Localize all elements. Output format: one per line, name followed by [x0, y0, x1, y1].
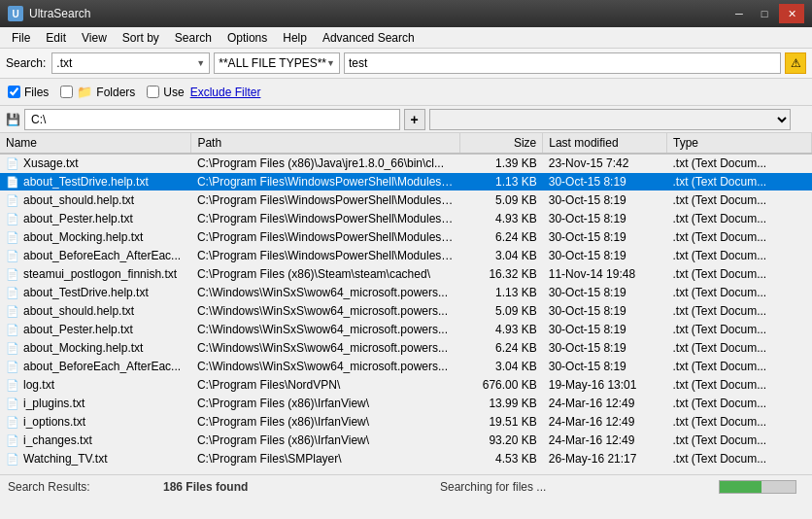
- menu-view[interactable]: View: [74, 29, 115, 47]
- status-label: Search Results:: [8, 480, 163, 494]
- cell-type: .txt (Text Docum...: [666, 432, 811, 450]
- cell-type: .txt (Text Docum...: [666, 173, 811, 191]
- warning-icon[interactable]: ⚠: [785, 52, 806, 74]
- table-row[interactable]: 📄about_Pester.help.txtC:\Windows\WinSxS\…: [0, 321, 812, 339]
- table-row[interactable]: 📄about_TestDrive.help.txtC:\Program File…: [0, 173, 812, 191]
- cell-size: 4.93 KB: [460, 210, 543, 228]
- menu-search[interactable]: Search: [167, 29, 220, 47]
- menu-advanced-search[interactable]: Advanced Search: [315, 29, 423, 47]
- cell-path: C:\Program Files (x86)\IrfanView\: [191, 432, 460, 450]
- table-row[interactable]: 📄about_TestDrive.help.txtC:\Windows\WinS…: [0, 284, 812, 302]
- cell-path: C:\Program Files (x86)\IrfanView\: [191, 395, 460, 413]
- add-path-button[interactable]: +: [404, 109, 425, 130]
- cell-modified: 30-Oct-15 8:19: [543, 247, 667, 265]
- table-header-row: Name Path Size Last modified Type: [0, 133, 812, 154]
- minimize-button[interactable]: ─: [727, 4, 752, 23]
- cell-size: 3.04 KB: [460, 358, 543, 376]
- table-body: 📄Xusage.txtC:\Program Files (x86)\Java\j…: [0, 154, 812, 468]
- cell-size: 13.99 KB: [460, 395, 543, 413]
- folder-icon: 📁: [77, 85, 92, 99]
- exclude-filter-checkbox[interactable]: [147, 86, 159, 98]
- file-type-label: **ALL FILE TYPES**: [219, 56, 326, 70]
- cell-name: 📄about_BeforeEach_AfterEac...: [0, 358, 191, 376]
- files-label: Files: [24, 86, 49, 99]
- file-type-dropdown[interactable]: **ALL FILE TYPES** ▼: [214, 52, 340, 74]
- cell-modified: 30-Oct-15 8:19: [543, 321, 667, 339]
- path-display: C:\: [24, 109, 400, 130]
- cell-path: C:\Windows\WinSxS\wow64_microsoft.powers…: [191, 284, 460, 302]
- cell-modified: 30-Oct-15 8:19: [543, 173, 667, 191]
- table-row[interactable]: 📄about_BeforeEach_AfterEac...C:\Program …: [0, 247, 812, 265]
- table-row[interactable]: 📄i_options.txtC:\Program Files (x86)\Irf…: [0, 413, 812, 432]
- search-dropdown-arrow[interactable]: ▼: [196, 58, 205, 68]
- file-icon: 📄: [6, 434, 19, 446]
- file-icon: 📄: [6, 250, 19, 261]
- close-button[interactable]: ✕: [779, 4, 804, 23]
- file-icon: 📄: [6, 379, 19, 391]
- cell-type: .txt (Text Docum...: [666, 358, 811, 376]
- table-row[interactable]: 📄Watching_TV.txtC:\Program Files\SMPlaye…: [0, 450, 812, 468]
- table-row[interactable]: 📄log.txtC:\Program Files\NordVPN\676.00 …: [0, 376, 812, 395]
- cell-modified: 24-Mar-16 12:49: [543, 432, 667, 450]
- file-icon: 📄: [6, 361, 19, 372]
- menu-edit[interactable]: Edit: [38, 29, 74, 47]
- cell-modified: 30-Oct-15 8:19: [543, 358, 667, 376]
- col-header-size[interactable]: Size: [460, 133, 543, 154]
- table-row[interactable]: 📄about_Pester.help.txtC:\Program Files\W…: [0, 210, 812, 228]
- table-row[interactable]: 📄about_Mocking.help.txtC:\Program Files\…: [0, 228, 812, 247]
- folders-checkbox-item[interactable]: 📁 Folders: [60, 85, 135, 99]
- cell-type: .txt (Text Docum...: [666, 450, 811, 468]
- search-label: Search:: [6, 56, 46, 70]
- files-checkbox-item[interactable]: Files: [8, 86, 49, 99]
- exclude-filter-checkbox-item[interactable]: Use Exclude Filter: [147, 86, 260, 99]
- maximize-button[interactable]: □: [752, 4, 777, 23]
- menu-sortby[interactable]: Sort by: [115, 29, 167, 47]
- folders-checkbox[interactable]: [60, 86, 73, 98]
- col-header-path[interactable]: Path: [191, 133, 460, 154]
- col-header-type[interactable]: Type: [666, 133, 811, 154]
- table-row[interactable]: 📄i_plugins.txtC:\Program Files (x86)\Irf…: [0, 395, 812, 413]
- file-icon: 📄: [6, 194, 19, 206]
- file-icon: 📄: [6, 213, 19, 225]
- cell-name: 📄log.txt: [0, 376, 191, 395]
- cell-name: 📄Xusage.txt: [0, 154, 191, 173]
- table-row[interactable]: 📄about_should.help.txtC:\Program Files\W…: [0, 191, 812, 210]
- cell-type: .txt (Text Docum...: [666, 413, 811, 432]
- file-icon: 📄: [6, 305, 19, 317]
- cell-type: .txt (Text Docum...: [666, 154, 811, 173]
- col-header-name[interactable]: Name: [0, 133, 191, 154]
- cell-name: 📄i_changes.txt: [0, 432, 191, 450]
- cell-size: 5.09 KB: [460, 302, 543, 321]
- cell-size: 3.04 KB: [460, 247, 543, 265]
- table-row[interactable]: 📄about_should.help.txtC:\Windows\WinSxS\…: [0, 302, 812, 321]
- file-table-scroll[interactable]: Name Path Size Last modified Type 📄Xusag…: [0, 133, 812, 474]
- cell-type: .txt (Text Docum...: [666, 247, 811, 265]
- cell-path: C:\Program Files\SMPlayer\: [191, 450, 460, 468]
- menu-file[interactable]: File: [4, 29, 38, 47]
- files-checkbox[interactable]: [8, 86, 20, 98]
- cell-modified: 30-Oct-15 8:19: [543, 210, 667, 228]
- cell-name: 📄steamui_postlogon_finnish.txt: [0, 265, 191, 284]
- menu-bar: File Edit View Sort by Search Options He…: [0, 27, 812, 49]
- table-row[interactable]: 📄steamui_postlogon_finnish.txtC:\Program…: [0, 265, 812, 284]
- query-input[interactable]: [344, 52, 781, 74]
- file-icon: 📄: [6, 453, 19, 465]
- cell-modified: 19-May-16 13:01: [543, 376, 667, 395]
- title-bar: U UltraSearch ─ □ ✕: [0, 0, 812, 27]
- table-row[interactable]: 📄about_Mocking.help.txtC:\Windows\WinSxS…: [0, 339, 812, 358]
- status-bar: Search Results: 186 Files found Searchin…: [0, 474, 812, 498]
- cell-type: .txt (Text Docum...: [666, 265, 811, 284]
- path-dropdown[interactable]: [429, 109, 792, 130]
- cell-type: .txt (Text Docum...: [666, 191, 811, 210]
- folders-label: Folders: [96, 86, 135, 99]
- menu-help[interactable]: Help: [275, 29, 315, 47]
- table-row[interactable]: 📄Xusage.txtC:\Program Files (x86)\Java\j…: [0, 154, 812, 173]
- cell-path: C:\Program Files\WindowsPowerShell\Modul…: [191, 247, 460, 265]
- table-row[interactable]: 📄about_BeforeEach_AfterEac...C:\Windows\…: [0, 358, 812, 376]
- table-row[interactable]: 📄i_changes.txtC:\Program Files (x86)\Irf…: [0, 432, 812, 450]
- col-header-modified[interactable]: Last modified: [543, 133, 667, 154]
- menu-options[interactable]: Options: [220, 29, 275, 47]
- file-table: Name Path Size Last modified Type 📄Xusag…: [0, 133, 812, 468]
- cell-modified: 11-Nov-14 19:48: [543, 265, 667, 284]
- search-text-input[interactable]: [56, 56, 192, 70]
